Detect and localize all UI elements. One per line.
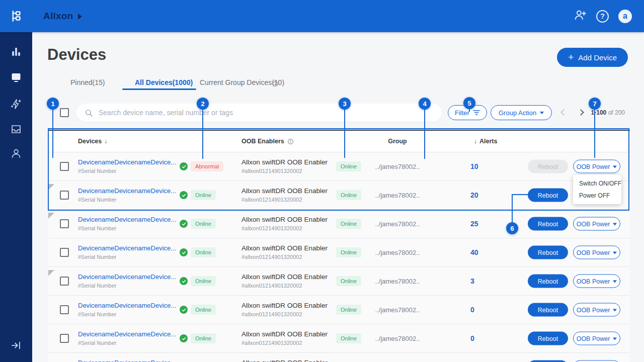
help-icon[interactable]: ? xyxy=(596,10,609,23)
verified-icon xyxy=(180,277,188,285)
chevron-down-icon xyxy=(613,337,617,340)
device-name-link[interactable]: DevicenameDevicenameDevice... xyxy=(78,187,176,195)
device-group: ../james78002.. xyxy=(367,278,428,285)
oob-power-button[interactable]: OOB Power xyxy=(573,217,620,231)
row-checkbox[interactable] xyxy=(60,334,69,343)
reboot-button[interactable]: Reboot xyxy=(528,360,568,362)
device-name-link[interactable]: DevicenameDevicenameDevice... xyxy=(78,302,176,310)
reboot-button[interactable]: Reboot xyxy=(528,217,568,231)
oob-header-label: OOB Enablers xyxy=(242,138,284,145)
device-name-link[interactable]: DevicenameDevicenameDevice... xyxy=(78,244,176,252)
add-device-button[interactable]: + Add Device xyxy=(557,48,628,67)
reboot-button[interactable]: Reboot xyxy=(528,160,568,173)
search-bar[interactable] xyxy=(76,104,442,122)
oob-power-menu: Switch ON/OFF Power OFF xyxy=(573,175,621,204)
devices-icon[interactable] xyxy=(10,71,22,83)
sort-desc-icon[interactable]: ↓ xyxy=(104,138,107,145)
oob-power-button[interactable]: OOB Power xyxy=(573,332,620,345)
main-content: Devices + Add Device Pinned(15) All Devi… xyxy=(32,32,644,362)
verified-icon xyxy=(180,162,188,170)
device-group: ../james78002.. xyxy=(367,249,428,256)
chevron-down-icon xyxy=(613,280,617,283)
device-status-badge: Online xyxy=(191,333,216,343)
brand-menu[interactable]: Allxon xyxy=(43,0,82,32)
search-input[interactable] xyxy=(99,109,434,117)
device-row[interactable]: DevicenameDevicenameDevice... #Serial Nu… xyxy=(48,353,630,362)
allxon-badge-icon[interactable]: a xyxy=(618,10,632,23)
device-row[interactable]: DevicenameDevicenameDevice... #Serial Nu… xyxy=(48,296,630,324)
oob-power-button[interactable]: OOB Power xyxy=(573,246,620,259)
alerts-count[interactable]: 25 xyxy=(470,220,478,228)
chevron-down-icon xyxy=(540,112,544,114)
row-checkbox[interactable] xyxy=(60,191,69,200)
device-name-link[interactable]: DevicenameDevicenameDevice... xyxy=(78,216,176,224)
menu-item-power-off[interactable]: Power OFF xyxy=(573,190,621,202)
alerts-count[interactable]: 0 xyxy=(470,306,474,314)
device-cell: DevicenameDevicenameDevice... #Serial Nu… xyxy=(78,187,176,203)
alerts-count[interactable]: 20 xyxy=(470,191,478,199)
device-row[interactable]: DevicenameDevicenameDevice... #Serial Nu… xyxy=(48,152,630,181)
oob-power-button[interactable]: OOB Power xyxy=(573,303,620,317)
alerts-count[interactable]: 10 xyxy=(470,162,478,170)
oob-status-badge: Online xyxy=(336,276,361,286)
row-checkbox[interactable] xyxy=(60,219,69,228)
device-row[interactable]: DevicenameDevicenameDevice... #Serial Nu… xyxy=(48,267,630,296)
device-name-link[interactable]: DevicenameDevicenameDevice... xyxy=(78,330,176,338)
oob-enabler-serial: #allxon01214901320002 xyxy=(242,283,328,289)
alerts-count[interactable]: 40 xyxy=(470,248,478,256)
device-name-link[interactable]: DevicenameDevicenameDevice... xyxy=(78,273,176,281)
group-action-button[interactable]: Group Action xyxy=(491,105,552,120)
reboot-button[interactable]: Reboot xyxy=(528,189,568,202)
prev-page-chevron[interactable] xyxy=(560,109,567,116)
device-row[interactable]: DevicenameDevicenameDevice... #Serial Nu… xyxy=(48,324,630,353)
reboot-button[interactable]: Reboot xyxy=(528,246,568,259)
app-screen: Allxon ? a xyxy=(0,0,644,362)
device-status-badge: Online xyxy=(191,276,216,286)
device-name-link[interactable]: DevicenameDevicenameDevice... xyxy=(78,158,176,166)
filter-icon xyxy=(473,110,480,116)
tab-current-group-devices[interactable]: Current Group Devices(10) xyxy=(200,78,284,86)
select-all-checkbox[interactable] xyxy=(60,108,69,117)
oob-enabler-cell: Allxon swiftDR OOB Enabler #allxon012149… xyxy=(242,330,328,346)
device-row[interactable]: DevicenameDevicenameDevice... #Serial Nu… xyxy=(48,238,630,267)
add-user-icon[interactable] xyxy=(574,9,587,24)
row-checkbox[interactable] xyxy=(60,162,69,171)
row-corner-fold xyxy=(48,184,54,190)
topbar: Allxon ? a xyxy=(0,0,644,32)
oob-power-button[interactable]: OOB Power xyxy=(573,360,620,362)
reboot-button[interactable]: Reboot xyxy=(528,303,568,317)
ai-bolt-icon[interactable] xyxy=(10,98,22,110)
callout-badge-3: 3 xyxy=(339,98,351,110)
device-cell: DevicenameDevicenameDevice... #Serial Nu… xyxy=(78,244,176,260)
info-icon[interactable] xyxy=(272,80,279,89)
device-group: ../james78002.. xyxy=(367,306,428,314)
alerts-count[interactable]: 3 xyxy=(470,277,474,285)
reboot-button[interactable]: Reboot xyxy=(528,332,568,345)
next-page-chevron[interactable] xyxy=(578,109,584,116)
alerts-count[interactable]: 0 xyxy=(470,334,474,342)
tab-all-devices[interactable]: All Devices(1000) xyxy=(135,78,193,86)
allxon-logo-icon[interactable] xyxy=(0,0,32,32)
account-icon[interactable] xyxy=(10,147,22,159)
device-row[interactable]: DevicenameDevicenameDevice... #Serial Nu… xyxy=(48,181,630,210)
oob-power-button[interactable]: OOB Power xyxy=(573,275,620,288)
column-header-alerts: ↓ Alerts xyxy=(474,138,497,145)
tab-pinned[interactable]: Pinned(15) xyxy=(70,78,105,86)
row-checkbox[interactable] xyxy=(60,277,69,286)
device-serial: #Serial Number xyxy=(78,283,176,289)
sort-desc-icon[interactable]: ↓ xyxy=(474,138,477,145)
oob-power-button[interactable]: OOB Power xyxy=(573,160,620,173)
bar-chart-icon[interactable] xyxy=(10,46,22,58)
device-row[interactable]: DevicenameDevicenameDevice... #Serial Nu… xyxy=(48,210,630,238)
inbox-icon[interactable] xyxy=(10,123,22,135)
row-checkbox[interactable] xyxy=(60,248,69,257)
row-checkbox[interactable] xyxy=(60,305,69,314)
collapse-sidebar-icon[interactable] xyxy=(11,340,22,351)
verified-icon xyxy=(180,191,188,199)
reboot-button[interactable]: Reboot xyxy=(528,275,568,288)
oob-enabler-cell: Allxon swiftDR OOB Enabler #allxon012149… xyxy=(242,187,328,203)
device-cell: DevicenameDevicenameDevice... #Serial Nu… xyxy=(78,216,176,232)
menu-item-switch-on-off[interactable]: Switch ON/OFF xyxy=(573,177,621,190)
device-name-link[interactable]: DevicenameDevicenameDevice... xyxy=(78,359,176,362)
info-icon[interactable] xyxy=(287,138,294,145)
